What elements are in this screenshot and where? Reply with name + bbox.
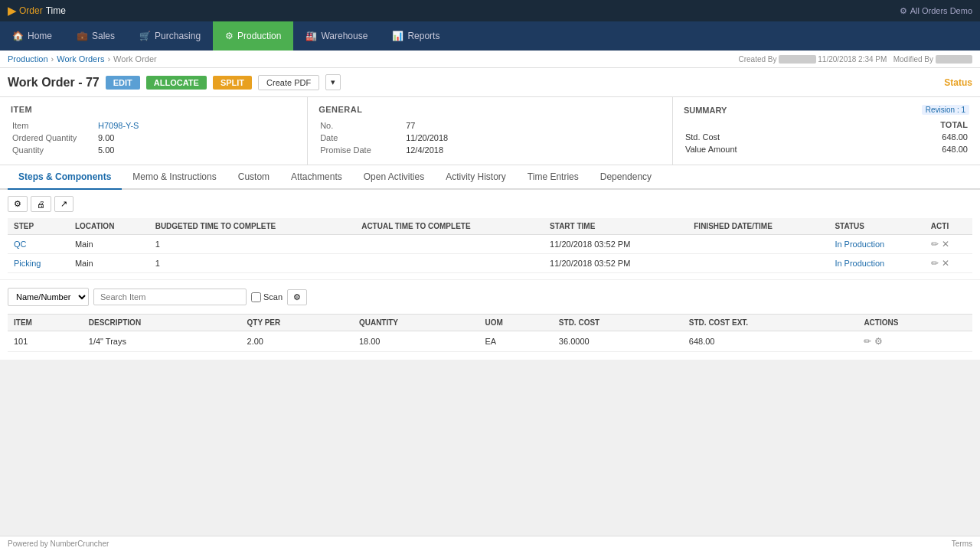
- comp-quantity: 18.00: [353, 331, 479, 352]
- quantity-row: Quantity 5.00: [12, 145, 295, 155]
- logo-time: Time: [46, 5, 66, 16]
- edit-button[interactable]: EDIT: [106, 76, 140, 90]
- item-table: Item H7098-Y-S Ordered Quantity 9.00 Qua…: [11, 119, 296, 157]
- breadcrumb-work-orders[interactable]: Work Orders: [57, 54, 104, 64]
- delete-comp-icon[interactable]: ⚙: [874, 336, 883, 347]
- components-table: ITEM DESCRIPTION QTY PER QUANTITY UOM ST…: [8, 314, 972, 352]
- components-section: Name/Number Scan ⚙ ITEM DESCRIPTION QTY …: [0, 280, 980, 360]
- scan-label[interactable]: Scan: [251, 292, 283, 302]
- allocate-button[interactable]: ALLOCATE: [146, 76, 207, 90]
- reports-icon: 📊: [392, 31, 403, 41]
- ordered-qty-value: 9.00: [98, 132, 295, 143]
- quantity-value: 5.00: [98, 145, 295, 155]
- tab-custom[interactable]: Custom: [227, 165, 280, 190]
- comp-col-item: ITEM: [8, 315, 83, 331]
- comp-col-actions: ACTIONS: [858, 315, 972, 331]
- create-pdf-button[interactable]: Create PDF: [258, 75, 319, 90]
- delete-picking-icon[interactable]: ✕: [942, 258, 949, 269]
- scan-checkbox[interactable]: [251, 292, 261, 302]
- edit-comp-icon[interactable]: ✏: [864, 336, 871, 347]
- search-type-select[interactable]: Name/Number: [8, 288, 89, 306]
- std-cost-label: Std. Cost: [685, 132, 869, 142]
- pdf-dropdown-button[interactable]: ▾: [325, 74, 341, 90]
- step-picking-start: 11/20/2018 03:52 PM: [544, 254, 688, 273]
- tab-dependency[interactable]: Dependency: [590, 165, 662, 190]
- item-value-link[interactable]: H7098-Y-S: [98, 121, 139, 130]
- ordered-qty-label: Ordered Quantity: [12, 132, 96, 143]
- table-row: 101 1/4" Trays 2.00 18.00 EA 36.0000 648…: [8, 331, 972, 352]
- summary-header: Summary Revision : 1: [684, 105, 969, 115]
- nav-warehouse[interactable]: 🏭 Warehouse: [293, 21, 380, 51]
- step-qc-finished: [688, 235, 828, 254]
- breadcrumb-current: Work Order: [113, 54, 157, 64]
- nav-production-label: Production: [237, 31, 281, 41]
- tab-time-entries[interactable]: Time Entries: [517, 165, 590, 190]
- col-location: LOCATION: [69, 218, 149, 235]
- search-row: Name/Number Scan ⚙: [8, 288, 972, 306]
- scan-settings-button[interactable]: ⚙: [287, 289, 307, 305]
- top-bar: ▶ OrderTime ⚙ All Orders Demo: [0, 0, 980, 21]
- step-picking-finished: [688, 254, 828, 273]
- comp-actions: ✏ ⚙: [858, 331, 972, 352]
- no-label: No.: [320, 120, 404, 131]
- step-qc-budgeted: 1: [149, 235, 356, 254]
- demo-label: ⚙ All Orders Demo: [900, 6, 972, 16]
- steps-header-row: STEP LOCATION BUDGETED TIME TO COMPLETE …: [8, 218, 972, 235]
- steps-print-button[interactable]: 🖨: [31, 196, 51, 212]
- tab-steps-components[interactable]: Steps & Components: [8, 165, 122, 190]
- table-row: Picking Main 1 11/20/2018 03:52 PM In Pr…: [8, 254, 972, 273]
- col-actual-time: ACTUAL TIME TO COMPLETE: [355, 218, 544, 235]
- steps-settings-button[interactable]: ⚙: [8, 196, 28, 212]
- components-tbody: 101 1/4" Trays 2.00 18.00 EA 36.0000 648…: [8, 331, 972, 352]
- col-finished-date: FINISHED DATE/TIME: [688, 218, 828, 235]
- breadcrumb: Production › Work Orders › Work Order: [8, 54, 157, 64]
- nav-home[interactable]: 🏠 Home: [0, 21, 64, 51]
- col-actions: ACTI: [925, 218, 972, 235]
- tabs: Steps & Components Memo & Instructions C…: [0, 165, 980, 190]
- steps-export-button[interactable]: ↗: [54, 196, 74, 212]
- comp-col-description: DESCRIPTION: [83, 315, 241, 331]
- comp-header-row: ITEM DESCRIPTION QTY PER QUANTITY UOM ST…: [8, 315, 972, 331]
- comp-col-std-cost-ext: STD. COST EXT.: [683, 315, 858, 331]
- components-thead: ITEM DESCRIPTION QTY PER QUANTITY UOM ST…: [8, 315, 972, 331]
- nav-sales[interactable]: 💼 Sales: [64, 21, 127, 51]
- item-label: Item: [12, 120, 96, 131]
- step-picking-location: Main: [69, 254, 149, 273]
- step-qc-location: Main: [69, 235, 149, 254]
- summary-title: Summary: [684, 106, 727, 115]
- nav-purchasing[interactable]: 🛒 Purchasing: [127, 21, 213, 51]
- tab-memo[interactable]: Memo & Instructions: [122, 165, 227, 190]
- tab-activity-history[interactable]: Activity History: [435, 165, 517, 190]
- terms-link[interactable]: Terms: [952, 540, 972, 548]
- general-section-title: General: [318, 105, 662, 114]
- nav-reports[interactable]: 📊 Reports: [380, 21, 452, 51]
- general-section: General No. 77 Date 11/20/2018 Promise D…: [308, 97, 673, 165]
- comp-col-std-cost: STD. COST: [553, 315, 683, 331]
- wo-title: Work Order - 77: [8, 76, 100, 90]
- footer: Powered by NumberCruncher Terms: [0, 536, 980, 551]
- edit-step-icon[interactable]: ✏: [931, 239, 939, 249]
- nav-production[interactable]: ⚙ Production: [213, 21, 293, 51]
- date-value: 11/20/2018: [406, 132, 660, 143]
- step-qc-link[interactable]: QC: [14, 240, 27, 249]
- item-section: Item Item H7098-Y-S Ordered Quantity 9.0…: [0, 97, 308, 165]
- total-header: TOTAL: [871, 119, 968, 130]
- steps-section: ⚙ 🖨 ↗ STEP LOCATION BUDGETED TIME TO COM…: [0, 190, 980, 280]
- nav-home-label: Home: [28, 31, 52, 41]
- ordered-qty-row: Ordered Quantity 9.00: [12, 132, 295, 143]
- tab-open-activities[interactable]: Open Activities: [353, 165, 435, 190]
- delete-step-icon[interactable]: ✕: [942, 239, 949, 249]
- step-picking-link[interactable]: Picking: [14, 259, 41, 268]
- value-amount-row: Value Amount 648.00: [685, 144, 968, 155]
- comp-col-qty-per: QTY PER: [241, 315, 353, 331]
- wo-header: Work Order - 77 EDIT ALLOCATE SPLIT Crea…: [0, 68, 980, 97]
- breadcrumb-production[interactable]: Production: [8, 54, 48, 64]
- comp-item: 101: [8, 331, 83, 352]
- nav-reports-label: Reports: [407, 31, 439, 41]
- search-item-input[interactable]: [93, 289, 247, 305]
- split-button[interactable]: SPLIT: [213, 76, 252, 90]
- tab-attachments[interactable]: Attachments: [280, 165, 353, 190]
- edit-picking-icon[interactable]: ✏: [931, 258, 939, 269]
- date-row: Date 11/20/2018: [320, 132, 660, 143]
- warehouse-icon: 🏭: [305, 31, 317, 41]
